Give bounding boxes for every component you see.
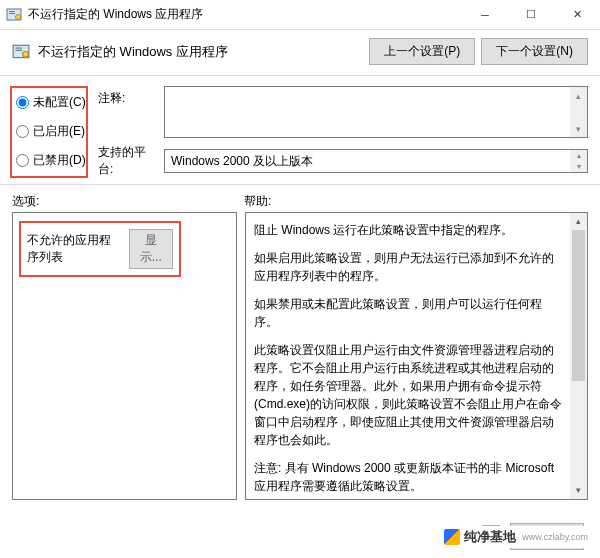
config-area: 未配置(C) 已启用(E) 已禁用(D) 注释: ▴▾ 支持的平台: Windo… <box>0 78 600 182</box>
scroll-up-icon[interactable]: ▴ <box>570 150 587 161</box>
watermark-logo-icon <box>444 529 460 545</box>
help-paragraph: 注意: 具有 Windows 2000 或更新版本证书的非 Microsoft … <box>254 459 565 495</box>
separator <box>0 184 600 185</box>
radio-not-configured-label[interactable]: 未配置(C) <box>33 94 86 111</box>
state-radio-group: 未配置(C) 已启用(E) 已禁用(D) <box>10 86 88 178</box>
help-paragraph: 如果启用此策略设置，则用户无法运行已添加到不允许的应用程序列表中的程序。 <box>254 249 565 285</box>
window-controls: ─ ☐ ✕ <box>462 0 600 29</box>
watermark-url: www.czlaby.com <box>522 532 588 542</box>
scrollbar[interactable]: ▴▾ <box>570 150 587 172</box>
help-paragraph: 阻止 Windows 运行在此策略设置中指定的程序。 <box>254 221 565 239</box>
comment-textarea[interactable]: ▴▾ <box>164 86 588 138</box>
help-paragraph: 此策略设置仅阻止用户运行由文件资源管理器进程启动的程序。它不会阻止用户运行由系统… <box>254 341 565 449</box>
page-title: 不运行指定的 Windows 应用程序 <box>38 43 369 61</box>
svg-point-7 <box>23 51 29 57</box>
options-panel: 不允许的应用程序列表 显示... <box>12 212 237 500</box>
scroll-down-icon[interactable]: ▾ <box>570 120 587 137</box>
watermark: 纯净基地 www.czlaby.com <box>440 526 592 548</box>
previous-setting-button[interactable]: 上一个设置(P) <box>369 38 475 65</box>
scroll-down-icon[interactable]: ▾ <box>570 161 587 172</box>
scroll-track[interactable] <box>570 230 587 482</box>
scroll-down-icon[interactable]: ▾ <box>570 482 587 499</box>
scrollbar[interactable]: ▴▾ <box>570 87 587 137</box>
policy-icon <box>6 7 22 23</box>
options-label: 选项: <box>12 193 244 210</box>
disallowed-list-label: 不允许的应用程序列表 <box>27 232 121 266</box>
help-label: 帮助: <box>244 193 588 210</box>
help-panel: 阻止 Windows 运行在此策略设置中指定的程序。 如果启用此策略设置，则用户… <box>245 212 588 500</box>
svg-rect-6 <box>15 49 22 50</box>
disallowed-list-row: 不允许的应用程序列表 显示... <box>19 221 181 277</box>
minimize-button[interactable]: ─ <box>462 0 508 29</box>
scroll-thumb[interactable] <box>572 230 585 381</box>
svg-rect-5 <box>15 47 22 48</box>
scrollbar[interactable]: ▴ ▾ <box>570 213 587 499</box>
svg-point-3 <box>16 14 21 19</box>
comment-label: 注释: <box>98 86 156 107</box>
radio-enabled-label[interactable]: 已启用(E) <box>33 123 85 140</box>
show-button[interactable]: 显示... <box>129 229 174 269</box>
close-button[interactable]: ✕ <box>554 0 600 29</box>
help-paragraph: 如果禁用或未配置此策略设置，则用户可以运行任何程序。 <box>254 295 565 331</box>
radio-disabled[interactable] <box>16 154 29 167</box>
radio-not-configured[interactable] <box>16 96 29 109</box>
section-labels: 选项: 帮助: <box>0 187 600 212</box>
svg-rect-1 <box>9 11 15 12</box>
policy-icon <box>12 43 30 61</box>
separator <box>0 75 600 76</box>
titlebar: 不运行指定的 Windows 应用程序 ─ ☐ ✕ <box>0 0 600 30</box>
supported-box: Windows 2000 及以上版本 ▴▾ <box>164 149 588 173</box>
scroll-up-icon[interactable]: ▴ <box>570 87 587 104</box>
main-area: 不允许的应用程序列表 显示... 阻止 Windows 运行在此策略设置中指定的… <box>0 212 600 500</box>
watermark-brand: 纯净基地 <box>464 528 516 546</box>
supported-value: Windows 2000 及以上版本 <box>171 153 313 170</box>
next-setting-button[interactable]: 下一个设置(N) <box>481 38 588 65</box>
maximize-button[interactable]: ☐ <box>508 0 554 29</box>
radio-disabled-label[interactable]: 已禁用(D) <box>33 152 86 169</box>
window-title: 不运行指定的 Windows 应用程序 <box>28 6 462 23</box>
scroll-up-icon[interactable]: ▴ <box>570 213 587 230</box>
supported-label: 支持的平台: <box>98 144 156 178</box>
header-row: 不运行指定的 Windows 应用程序 上一个设置(P) 下一个设置(N) <box>0 30 600 73</box>
radio-enabled[interactable] <box>16 125 29 138</box>
svg-rect-2 <box>9 13 15 14</box>
